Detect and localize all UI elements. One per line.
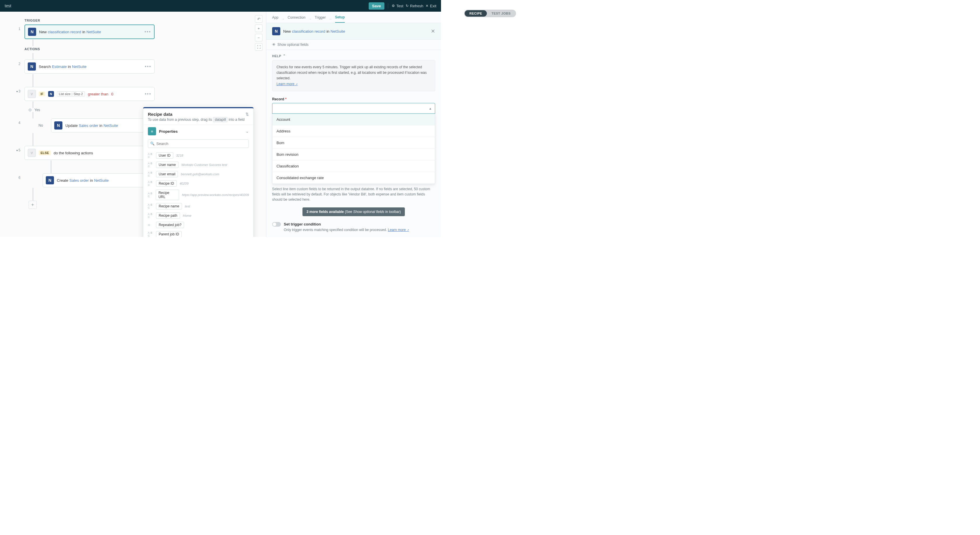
- step-trigger-card[interactable]: N New classification record in NetSuite …: [24, 24, 154, 39]
- external-link-icon: ↗: [296, 83, 298, 86]
- datapill-chip[interactable]: Repeated job?: [156, 222, 184, 228]
- step-update-card[interactable]: N Update Sales order in NetSuite: [51, 118, 154, 132]
- else-badge: ELSE: [39, 151, 51, 155]
- topbar: test Save ⚙Test ↻Refresh ✕Exit: [0, 0, 441, 12]
- more-fields-pill[interactable]: 3 more fields available (See Show option…: [302, 207, 405, 216]
- step-number: ▾3: [14, 87, 21, 93]
- datapill-chip[interactable]: Parent job ID: [156, 231, 182, 237]
- no-label: No: [38, 123, 43, 127]
- collapse-icon[interactable]: ▾: [16, 149, 18, 152]
- step-search-card[interactable]: N Search Estimate in NetSuite •••: [24, 59, 154, 73]
- learn-more-link[interactable]: Learn more ↗: [388, 228, 409, 232]
- canvas[interactable]: ↶ + − ⛶ TRIGGER 1 N New classification r…: [0, 12, 266, 237]
- popover-title: Recipe data: [148, 112, 172, 117]
- show-optional-fields-toggle[interactable]: 👁Show optional fields: [266, 40, 441, 50]
- yes-label: Yes: [34, 108, 40, 112]
- chevron-up-icon: ⌃: [283, 54, 286, 58]
- popover-subtitle: To use data from a previous step, drag i…: [148, 118, 249, 122]
- step-number: 1: [14, 24, 21, 31]
- tab-test-jobs[interactable]: TEST JOBS: [487, 10, 515, 17]
- zoom-out-button[interactable]: −: [255, 34, 262, 41]
- type-tag: A B C: [148, 153, 153, 158]
- refresh-button[interactable]: ↻Refresh: [406, 4, 423, 8]
- netsuite-icon: N: [272, 27, 280, 35]
- dropdown-option[interactable]: Classification: [272, 161, 435, 172]
- arrow-icon: →: [329, 17, 332, 21]
- type-tag: A B C: [148, 231, 153, 237]
- fit-button[interactable]: ⛶: [255, 43, 262, 51]
- external-link-icon: ↗: [407, 229, 409, 232]
- type-tag: A B C: [148, 171, 153, 177]
- trigger-condition-sub: Only trigger events matching specified c…: [284, 228, 435, 232]
- tab-app[interactable]: App: [272, 16, 278, 22]
- learn-more-link[interactable]: Learn more ↗: [277, 82, 298, 86]
- test-button[interactable]: ⚙Test: [392, 4, 403, 8]
- datapill-chip[interactable]: User email: [156, 171, 178, 177]
- step-create-card[interactable]: N Create Sales order in NetSuite: [43, 173, 154, 187]
- more-icon[interactable]: •••: [145, 29, 151, 34]
- more-icon[interactable]: •••: [145, 91, 151, 97]
- collapse-icon[interactable]: ▾: [16, 90, 18, 93]
- record-select[interactable]: ▴: [272, 103, 435, 114]
- datapill-chip[interactable]: Recipe name: [156, 203, 182, 209]
- chevron-up-icon: ▴: [430, 106, 431, 111]
- recipe-data-popover: Recipe data⇅ To use data from a previous…: [143, 107, 254, 237]
- datapill-item: A B CUser nameWorkato Customer Success t…: [148, 160, 249, 169]
- expand-icon[interactable]: ⇅: [246, 112, 249, 116]
- properties-icon: ≡: [148, 127, 156, 135]
- chevron-down-icon[interactable]: ⌄: [246, 129, 249, 134]
- step-number: 2: [14, 59, 21, 66]
- step-if-card[interactable]: ⑂ IF N List size|Step 2 greater than 0 •…: [24, 87, 154, 101]
- datapill-item: A B CParent job ID: [148, 229, 249, 237]
- dropdown-option[interactable]: Account: [272, 114, 435, 126]
- tab-setup[interactable]: Setup: [335, 15, 345, 23]
- datapill-item: ⊙Repeated job?: [148, 220, 249, 229]
- tab-connection[interactable]: Connection: [288, 16, 305, 22]
- datapill-chip[interactable]: Recipe path: [156, 212, 180, 219]
- view-tabs: RECIPE TEST JOBS: [463, 9, 517, 18]
- arrow-icon: →: [308, 17, 312, 21]
- step-else-card[interactable]: ⑂ ELSE do the following actions •••: [24, 146, 154, 160]
- dropdown-option[interactable]: Address: [272, 126, 435, 137]
- trigger-condition-toggle[interactable]: [272, 222, 281, 227]
- add-step-button[interactable]: +: [29, 201, 37, 209]
- datapill-item: A B CUser ID3218: [148, 151, 249, 160]
- datapill-chip[interactable]: User ID: [156, 152, 173, 159]
- datapill-chip[interactable]: User name: [156, 162, 178, 168]
- step-number: ▾5: [14, 146, 21, 152]
- tab-recipe[interactable]: RECIPE: [465, 10, 487, 17]
- datapill-item: A B CUser emailbennett.goh@workato.com: [148, 169, 249, 179]
- if-badge: IF: [39, 92, 45, 96]
- properties-section[interactable]: Properties: [159, 129, 243, 134]
- datapill-value: https://app.preview.workato.com/recipes/…: [182, 193, 249, 197]
- datapill-value: Workato Customer Success test: [181, 163, 227, 167]
- dropdown-option[interactable]: Consolidated exchange rate: [272, 172, 435, 184]
- datapill-item: A B CRecipe ID40209: [148, 179, 249, 188]
- close-panel-button[interactable]: ✕: [431, 28, 435, 34]
- tab-trigger[interactable]: Trigger: [315, 16, 326, 22]
- save-button[interactable]: Save: [369, 2, 384, 10]
- type-tag: ⊙: [148, 223, 153, 226]
- dropdown-option[interactable]: Bom revision: [272, 149, 435, 161]
- record-label: Record *: [272, 97, 435, 101]
- type-tag: A B C: [148, 162, 153, 168]
- type-tag: A B C: [148, 213, 153, 218]
- datapill-search-input[interactable]: [148, 139, 249, 148]
- datapill-chip[interactable]: Recipe URL: [156, 189, 179, 200]
- eye-icon: 👁: [272, 43, 275, 47]
- undo-button[interactable]: ↶: [255, 15, 262, 23]
- recipe-title: test: [5, 3, 11, 8]
- trigger-section-label: TRIGGER: [24, 19, 154, 22]
- datapill-value: bennett.goh@workato.com: [181, 172, 220, 176]
- list-size-chip: List size|Step 2: [57, 91, 85, 97]
- zoom-in-button[interactable]: +: [255, 24, 262, 32]
- exit-button[interactable]: ✕Exit: [426, 4, 436, 8]
- datapill-item: A B CRecipe pathHome: [148, 211, 249, 220]
- type-tag: A B C: [148, 203, 153, 209]
- more-icon[interactable]: •••: [145, 64, 151, 69]
- netsuite-icon: N: [28, 28, 36, 36]
- help-label[interactable]: HELP⌃: [272, 54, 435, 58]
- datapill-chip[interactable]: Recipe ID: [156, 180, 177, 187]
- dropdown-option[interactable]: Bom: [272, 137, 435, 149]
- right-panel: App → Connection → Trigger → Setup N New…: [266, 12, 441, 237]
